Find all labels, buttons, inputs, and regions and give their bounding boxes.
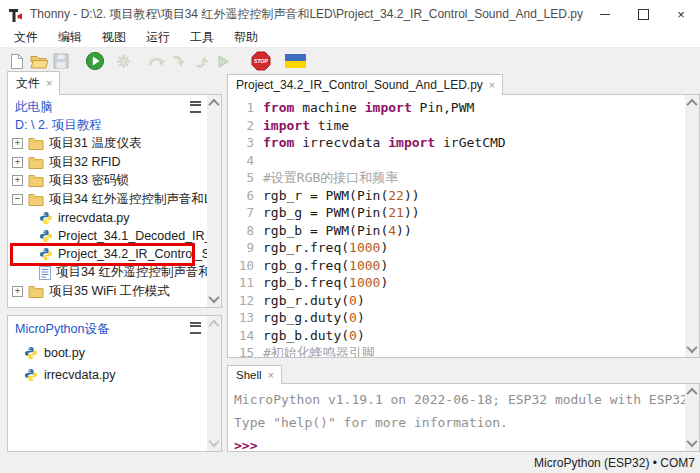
minimize-button[interactable] <box>586 0 624 28</box>
code-text: #初始化蜂鸣器引脚 <box>263 344 375 357</box>
code-line[interactable]: 13rgb_g.duty(0) <box>228 309 685 327</box>
code-line[interactable]: 10rgb_g.freq(1000) <box>228 257 685 275</box>
menu-item-3[interactable]: 运行 <box>136 28 180 47</box>
expand-icon[interactable]: + <box>12 286 23 297</box>
resume-icon <box>212 50 234 72</box>
shell-tab-close-icon[interactable]: × <box>268 370 274 381</box>
code-line[interactable]: 3from irrecvdata import irGetCMD <box>228 134 685 152</box>
code-line[interactable]: 6rgb_r = PWM(Pin(22)) <box>228 187 685 205</box>
code-line[interactable]: 14rgb_b.duty(0) <box>228 327 685 345</box>
thonny-logo-icon <box>7 6 23 22</box>
code-line[interactable]: 12rgb_r.duty(0) <box>228 292 685 310</box>
code-line[interactable]: 11rgb_b.freq(1000) <box>228 274 685 292</box>
menu-item-5[interactable]: 帮助 <box>224 28 268 47</box>
code-line[interactable]: 8rgb_b = PWM(Pin(4)) <box>228 222 685 240</box>
tree-item[interactable]: +项目31 温度仪表 <box>8 135 207 153</box>
files-scrollbar[interactable] <box>207 95 221 307</box>
code-line[interactable]: 1from machine import Pin,PWM <box>228 99 685 117</box>
code-line[interactable]: 15#初始化蜂鸣器引脚 <box>228 344 685 357</box>
shell-panel[interactable]: MicroPython v1.19.1 on 2022-06-18; ESP32… <box>227 383 700 452</box>
tree-item[interactable]: +项目32 RFID <box>8 153 207 171</box>
files-tab-close-icon[interactable]: × <box>46 78 52 89</box>
line-number: 8 <box>228 223 254 238</box>
ukraine-flag-icon[interactable] <box>284 50 306 72</box>
line-number: 15 <box>228 345 254 357</box>
scroll-up-icon[interactable] <box>207 317 221 331</box>
new-file-icon[interactable] <box>6 50 28 72</box>
scroll-up-icon[interactable] <box>207 96 221 110</box>
code-text: from irrecvdata import irGetCMD <box>263 135 506 150</box>
tree-item-label: irrecvdata.py <box>58 211 130 225</box>
line-number: 13 <box>228 310 254 325</box>
shell-scrollbar[interactable] <box>685 384 699 451</box>
editor-tab-close-icon[interactable]: × <box>489 80 495 91</box>
scroll-down-icon[interactable] <box>685 436 699 450</box>
menu-item-1[interactable]: 编辑 <box>48 28 92 47</box>
expand-icon[interactable]: + <box>12 157 23 168</box>
tree-item[interactable]: irrecvdata.py <box>8 208 207 226</box>
scroll-down-icon[interactable] <box>207 436 221 450</box>
code-area[interactable]: 1from machine import Pin,PWM2import time… <box>228 95 685 357</box>
scroll-down-icon[interactable] <box>207 292 221 306</box>
tree-item-label: 项目34 红外遥控控制声音和LED <box>49 191 207 208</box>
stop-restart-backend-icon[interactable]: STOP <box>250 50 272 72</box>
folder-icon <box>28 285 44 298</box>
scroll-down-icon[interactable] <box>685 342 699 356</box>
folder-icon <box>28 193 44 206</box>
open-file-icon[interactable] <box>28 50 50 72</box>
device-file-item[interactable]: boot.py <box>8 342 221 364</box>
line-number: 10 <box>228 258 254 273</box>
device-scrollbar[interactable] <box>207 316 221 451</box>
code-text: from machine import Pin,PWM <box>263 100 474 115</box>
shell-output-line: MicroPython v1.19.1 on 2022-06-18; ESP32… <box>234 388 685 411</box>
scroll-up-icon[interactable] <box>685 385 699 399</box>
tab-files[interactable]: 文件 × <box>7 71 60 95</box>
save-file-icon <box>50 50 72 72</box>
tree-item[interactable]: +项目33 密码锁 <box>8 172 207 190</box>
editor-tab-label: Project_34.2_IR_Control_Sound_And_LED.py <box>236 78 483 92</box>
tab-editor-file[interactable]: Project_34.2_IR_Control_Sound_And_LED.py… <box>227 74 503 95</box>
expand-icon[interactable]: + <box>12 175 23 186</box>
files-panel: 此电脑 D: \ 2. 项目教程 +项目31 温度仪表+项目32 RFID+项目… <box>7 94 222 308</box>
close-button[interactable]: × <box>662 0 700 28</box>
files-computer-header[interactable]: 此电脑 <box>8 98 207 116</box>
line-number: 3 <box>228 135 254 150</box>
code-line[interactable]: 7rgb_g = PWM(Pin(21)) <box>228 204 685 222</box>
maximize-icon <box>638 9 649 20</box>
title-bar: Thonny - D:\2. 项目教程\项目34 红外遥控控制声音和LED\Pr… <box>0 0 700 28</box>
run-current-script-icon[interactable] <box>84 50 106 72</box>
expand-icon[interactable]: + <box>12 138 23 149</box>
minimize-icon <box>600 14 610 15</box>
menu-item-4[interactable]: 工具 <box>180 28 224 47</box>
python-icon <box>39 211 53 225</box>
scroll-up-icon[interactable] <box>685 96 699 110</box>
shell-output[interactable]: MicroPython v1.19.1 on 2022-06-18; ESP32… <box>228 384 685 451</box>
maximize-button[interactable] <box>624 0 662 28</box>
code-line[interactable]: 4 <box>228 152 685 170</box>
tab-shell[interactable]: Shell × <box>227 365 282 384</box>
code-text: rgb_r.freq(1000) <box>263 240 388 255</box>
code-line[interactable]: 5#设置RGB的接口和频率 <box>228 169 685 187</box>
tree-item[interactable]: 项目34 红外遥控控制声音和L <box>8 264 207 282</box>
editor-scrollbar[interactable] <box>685 95 699 357</box>
code-line[interactable]: 2import time <box>228 117 685 135</box>
tree-item-label: 项目32 RFID <box>49 154 121 171</box>
files-path-header[interactable]: D: \ 2. 项目教程 <box>8 116 207 134</box>
device-panel-menu-icon[interactable] <box>190 322 201 334</box>
collapse-icon[interactable]: − <box>12 194 23 205</box>
step-over-icon <box>146 50 168 72</box>
folder-icon <box>28 174 44 187</box>
tree-item[interactable]: Project_34.2_IR_Control_Sou <box>8 245 207 263</box>
code-line[interactable]: 9rgb_r.freq(1000) <box>228 239 685 257</box>
tree-item[interactable]: +项目35 WiFi 工作模式 <box>8 282 207 300</box>
tree-item[interactable]: −项目34 红外遥控控制声音和LED <box>8 190 207 208</box>
code-editor[interactable]: 1from machine import Pin,PWM2import time… <box>227 94 700 358</box>
menu-item-2[interactable]: 视图 <box>92 28 136 47</box>
shell-output-line: Type "help()" for more information. <box>234 411 685 434</box>
device-file-item[interactable]: irrecvdata.py <box>8 364 221 386</box>
menu-item-0[interactable]: 文件 <box>4 28 48 47</box>
micropython-device-panel: MicroPython设备 boot.pyirrecvdata.py <box>7 315 222 452</box>
tree-item[interactable]: Project_34.1_Decoded_IR_S <box>8 227 207 245</box>
files-panel-menu-icon[interactable] <box>190 101 201 113</box>
interpreter-status[interactable]: MicroPython (ESP32) • COM7 <box>534 456 695 470</box>
